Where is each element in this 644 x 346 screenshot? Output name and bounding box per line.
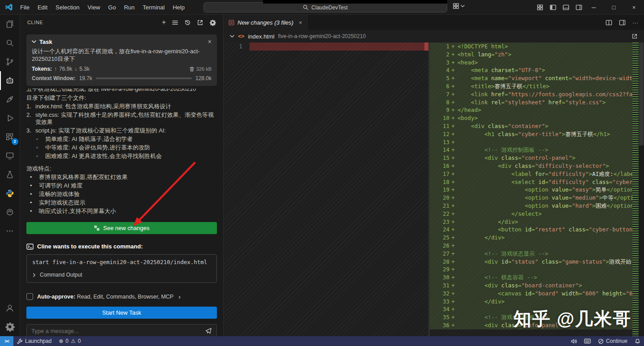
- grid-icon: [453, 3, 459, 9]
- diff-original-pane[interactable]: 1: [224, 43, 428, 336]
- toggle-panel-icon[interactable]: [563, 4, 569, 11]
- collapse-chevron-icon[interactable]: [230, 34, 234, 38]
- close-button[interactable]: ×: [624, 0, 644, 15]
- announcement-item[interactable]: [567, 336, 580, 346]
- tab-close-icon[interactable]: ×: [299, 19, 302, 26]
- code-line: 27+ <!-- 游戏状态显示 -->: [430, 250, 632, 258]
- message-input[interactable]: [31, 328, 202, 334]
- code-line: 18+ <select id="difficulty" class="cyber…: [430, 178, 632, 186]
- code-line: 32+ <canvas id="board" width="600" heigh…: [430, 290, 632, 298]
- file-name: index.html: [35, 103, 62, 110]
- scrollbar-thumb[interactable]: [639, 43, 644, 145]
- tab-new-changes[interactable]: New changes (3 files) ×: [224, 15, 308, 30]
- overview-ruler: [632, 43, 639, 336]
- code-line: 26+: [430, 242, 632, 250]
- cline-extension-icon[interactable]: [0, 71, 20, 90]
- menu-view[interactable]: View: [84, 0, 104, 15]
- list-item: •响应式设计,支持不同屏幕大小: [26, 208, 217, 215]
- code-line: 16+ <div class="difficulty-selector">: [430, 162, 632, 170]
- problems-item[interactable]: ⊗ 0 ⚠ 0: [55, 336, 84, 346]
- toggle-secondary-sidebar-icon[interactable]: [576, 4, 582, 11]
- trash-icon[interactable]: [189, 66, 195, 72]
- more-actions-icon[interactable]: ···: [632, 19, 638, 26]
- python-icon[interactable]: [0, 184, 20, 203]
- toggle-primary-sidebar-icon[interactable]: [550, 4, 556, 11]
- command-output-toggle[interactable]: Command Output: [32, 272, 211, 278]
- continue-status-item[interactable]: Continue: [594, 336, 631, 346]
- extensions-icon[interactable]: 2: [0, 128, 20, 146]
- more-views-icon[interactable]: [0, 222, 20, 240]
- explorer-icon[interactable]: [0, 15, 20, 34]
- code-line: 15+ <div class="control-panel">: [430, 154, 632, 162]
- run-debug-icon[interactable]: [0, 109, 20, 128]
- file-name: style.css: [35, 111, 58, 118]
- code-line: 24+ <button id="restart" class="cyber-bu…: [430, 226, 632, 234]
- code-line: 14+ <!-- 游戏控制面板 -->: [430, 146, 632, 154]
- continue-icon: [598, 338, 604, 344]
- diff-modified-pane[interactable]: 1+<!DOCTYPE html>2+<html lang="zh">3+<he…: [430, 43, 644, 336]
- sidebar-settings-gear-icon[interactable]: [209, 19, 216, 26]
- launchpad-item[interactable]: Launchpad: [13, 336, 55, 346]
- titlebar: File Edit Selection View Go Run Terminal…: [0, 0, 644, 15]
- wrench-icon: [17, 338, 23, 344]
- new-task-icon[interactable]: +: [162, 18, 166, 26]
- notifications-item[interactable]: [631, 336, 644, 346]
- code-line: 7+ <link href="https://fonts.googleapis.…: [430, 90, 632, 98]
- maximize-button[interactable]: □: [604, 0, 624, 15]
- message-input-wrap: [26, 324, 217, 337]
- code-line: 6+ <title>赛博五子棋</title>: [430, 82, 632, 90]
- mcp-servers-icon[interactable]: [172, 19, 178, 26]
- settings-gear-icon[interactable]: [0, 317, 20, 336]
- list-item: 1. index.html: 包含游戏界面结构,采用赛博朋克风格设计: [26, 103, 217, 110]
- menu-selection[interactable]: Selection: [51, 0, 83, 15]
- code-line: 13+: [430, 138, 632, 146]
- list-item: •赛博朋克风格界面,搭配霓虹灯效果: [26, 174, 217, 181]
- minimize-button[interactable]: ─: [584, 0, 604, 15]
- search-sidebar-icon[interactable]: [0, 34, 20, 52]
- task-collapse-chevron-icon[interactable]: [32, 39, 36, 44]
- profile-button[interactable]: [453, 3, 465, 9]
- terminal-icon: [26, 243, 34, 250]
- search-text: ClaudeDevTest: [311, 4, 347, 11]
- open-file-icon[interactable]: [631, 33, 638, 39]
- auto-approve-expand-icon[interactable]: ›: [178, 293, 181, 300]
- source-control-icon[interactable]: [0, 52, 20, 71]
- rocket-icon[interactable]: [0, 90, 20, 109]
- editor-group: New changes (3 files) × ··· <> index.htm…: [224, 15, 644, 336]
- tokens-down-value: 5.3k: [79, 66, 89, 72]
- remote-explorer-icon[interactable]: [0, 146, 20, 165]
- list-item: 3. script.js: 实现了游戏核心逻辑和三个难度级别的 AI:: [26, 127, 217, 134]
- toggle-editor-layout-icon[interactable]: [619, 19, 626, 26]
- menu-run[interactable]: Run: [120, 0, 139, 15]
- code-line: 30+ <!-- 棋盘容器 -->: [430, 273, 632, 282]
- chevron-down-icon: [461, 4, 465, 8]
- testing-flask-icon[interactable]: [0, 165, 20, 184]
- history-icon[interactable]: [184, 19, 191, 26]
- circle-tool-icon[interactable]: [0, 203, 20, 222]
- menu-help[interactable]: Help: [169, 0, 189, 15]
- menu-file[interactable]: File: [16, 0, 34, 15]
- command-center-search[interactable]: ClaudeDevTest: [203, 2, 447, 13]
- file-name: script.js: [35, 127, 55, 134]
- response-intro: 目录下创建了三个文件:: [26, 94, 217, 102]
- customize-layout-icon[interactable]: [537, 4, 543, 11]
- see-new-changes-button[interactable]: See new changes: [26, 222, 217, 234]
- send-icon[interactable]: [205, 328, 212, 334]
- menu-terminal[interactable]: Terminal: [139, 0, 169, 15]
- editor-scrollbar[interactable]: [639, 43, 644, 336]
- diff-file-name: index.html: [248, 33, 274, 40]
- open-in-editor-icon[interactable]: [197, 19, 203, 26]
- start-new-task-button[interactable]: Start New Task: [26, 307, 217, 319]
- menu-go[interactable]: Go: [104, 0, 120, 15]
- split-editor-icon[interactable]: [606, 19, 612, 26]
- code-line: 28+ <div id="status" class="game-status"…: [430, 258, 632, 266]
- remote-indicator[interactable]: ><: [0, 336, 13, 346]
- code-line: 11+ <div class="container">: [430, 122, 632, 130]
- clipped-response-line: 五子棋游戏已创建完成, 放在 five-in-a-row-gemini20-ac…: [26, 89, 217, 93]
- auto-approve-checkbox[interactable]: [26, 293, 33, 300]
- menu-edit[interactable]: Edit: [34, 0, 51, 15]
- task-close-icon[interactable]: ×: [208, 38, 212, 45]
- keyboard-item[interactable]: [580, 336, 594, 346]
- account-icon[interactable]: [0, 299, 20, 317]
- code-line: 3+<head>: [430, 59, 632, 67]
